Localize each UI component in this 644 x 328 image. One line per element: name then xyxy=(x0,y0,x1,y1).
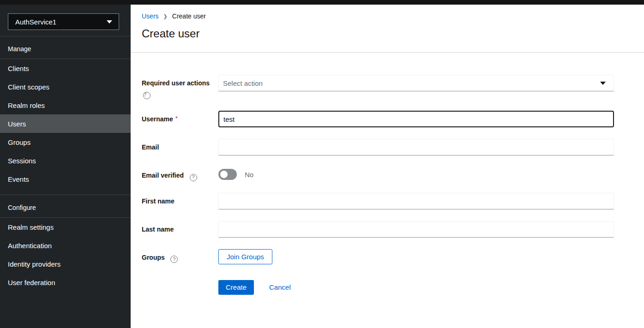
select-placeholder: Select action xyxy=(223,79,263,87)
chevron-down-icon xyxy=(107,20,112,24)
sidebar-item-users[interactable]: Users xyxy=(0,114,131,133)
realm-name: AuthService1 xyxy=(15,18,56,26)
sidebar-item-events[interactable]: Events xyxy=(0,170,131,188)
top-bar xyxy=(0,0,644,5)
label-col: Username* xyxy=(142,111,218,127)
realm-selector-dropdown[interactable]: AuthService1 xyxy=(8,13,119,30)
nav-section-manage: Manage Clients Client scopes Realm roles… xyxy=(0,36,131,188)
field-col xyxy=(218,193,614,209)
field-col: No xyxy=(218,167,614,181)
label-col: Groups xyxy=(142,249,218,264)
email-verified-state: No xyxy=(245,171,253,179)
email-label: Email xyxy=(142,143,159,151)
label-col: Email xyxy=(142,139,218,155)
breadcrumb-current: Create user xyxy=(172,12,206,20)
sidebar-item-groups[interactable]: Groups xyxy=(0,133,131,151)
breadcrumb-separator-icon: ❯ xyxy=(163,14,168,19)
email-verified-toggle[interactable] xyxy=(218,169,237,180)
required-user-actions-label: Required user actions xyxy=(142,79,210,87)
required-indicator: * xyxy=(175,115,178,122)
chevron-down-icon xyxy=(600,82,606,85)
field-col: Select action xyxy=(218,75,614,99)
form-row-username: Username* xyxy=(142,111,614,127)
label-col: First name xyxy=(142,193,218,209)
username-label: Username xyxy=(142,115,173,123)
sidebar-item-realm-roles[interactable]: Realm roles xyxy=(0,96,131,114)
help-icon[interactable] xyxy=(170,256,178,263)
create-button[interactable]: Create xyxy=(218,280,254,295)
field-col xyxy=(218,111,614,127)
email-verified-label: Email verified xyxy=(142,172,184,179)
email-verified-toggle-row: No xyxy=(218,167,614,180)
page-title: Create user xyxy=(142,27,644,52)
create-user-form: Required user actions Select action User… xyxy=(131,53,644,295)
nav-section-configure: Configure Realm settings Authentication … xyxy=(0,195,131,292)
last-name-label: Last name xyxy=(142,226,174,233)
label-col: Email verified xyxy=(142,167,218,181)
label-col: Last name xyxy=(142,221,218,238)
help-icon[interactable] xyxy=(143,92,150,99)
label-col: Required user actions xyxy=(142,75,218,99)
field-col xyxy=(218,139,614,155)
app-shell: AuthService1 Manage Clients Client scope… xyxy=(0,5,644,328)
groups-label: Groups xyxy=(142,254,165,261)
last-name-input[interactable] xyxy=(218,221,614,238)
first-name-label: First name xyxy=(142,197,175,205)
join-groups-button[interactable]: Join Groups xyxy=(218,249,272,264)
sidebar-item-client-scopes[interactable]: Client scopes xyxy=(0,78,131,96)
form-row-required-user-actions: Required user actions Select action xyxy=(142,75,614,99)
sidebar: AuthService1 Manage Clients Client scope… xyxy=(0,5,131,328)
help-icon[interactable] xyxy=(190,174,197,181)
email-input[interactable] xyxy=(218,139,614,155)
sidebar-item-user-federation[interactable]: User federation xyxy=(0,273,131,292)
field-col xyxy=(218,221,614,238)
form-row-groups: Groups Join Groups xyxy=(142,249,614,264)
form-row-email-verified: Email verified No xyxy=(142,167,614,181)
form-row-first-name: First name xyxy=(142,193,614,209)
main-content: Users ❯ Create user Create user Required… xyxy=(131,5,644,328)
cancel-button[interactable]: Cancel xyxy=(269,283,291,291)
nav-section-title-manage: Manage xyxy=(0,36,131,59)
username-input[interactable] xyxy=(218,111,614,127)
first-name-input[interactable] xyxy=(218,193,614,209)
sidebar-item-sessions[interactable]: Sessions xyxy=(0,151,131,170)
nav-section-title-configure: Configure xyxy=(0,195,131,218)
breadcrumb-users-link[interactable]: Users xyxy=(142,12,159,20)
breadcrumb: Users ❯ Create user xyxy=(142,12,644,20)
page-header: Users ❯ Create user Create user xyxy=(131,5,644,53)
field-col: Join Groups xyxy=(218,249,614,264)
form-actions: Create Cancel xyxy=(218,280,614,295)
sidebar-item-authentication[interactable]: Authentication xyxy=(0,236,131,255)
required-user-actions-select[interactable]: Select action xyxy=(218,75,614,91)
form-row-email: Email xyxy=(142,139,614,155)
sidebar-item-clients[interactable]: Clients xyxy=(0,59,131,78)
sidebar-item-identity-providers[interactable]: Identity providers xyxy=(0,255,131,273)
realm-selector-wrap: AuthService1 xyxy=(0,5,131,36)
sidebar-item-realm-settings[interactable]: Realm settings xyxy=(0,218,131,236)
toggle-knob xyxy=(220,171,228,178)
form-row-last-name: Last name xyxy=(142,221,614,238)
